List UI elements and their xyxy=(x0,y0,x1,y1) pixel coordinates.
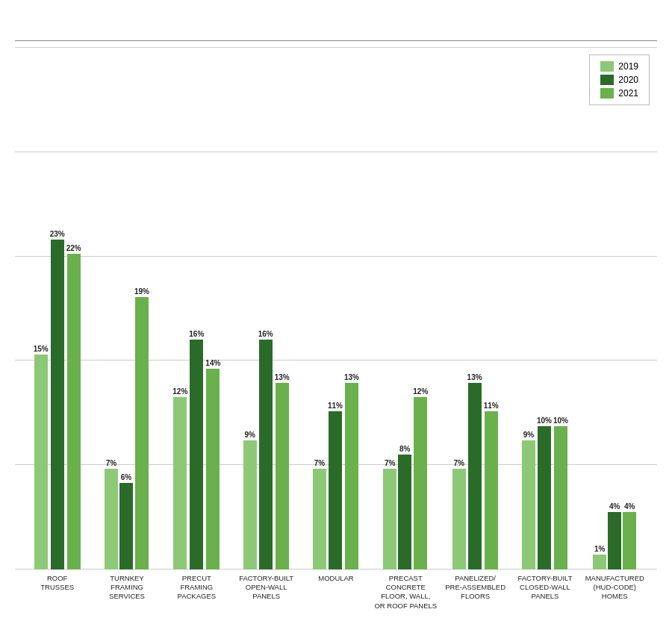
bar-value-label: 16% xyxy=(189,330,204,338)
bar-wrapper: 11% xyxy=(484,402,499,569)
grid-and-bars: 15%23%22%7%6%19%12%16%14%9%16%13%7%11%13… xyxy=(15,47,657,569)
bar-wrapper: 19% xyxy=(134,287,149,569)
x-label: PRECUTFRAMINGPACKAGES xyxy=(162,574,231,611)
bar-wrapper: 9% xyxy=(522,431,535,569)
bar-wrapper: 13% xyxy=(344,373,359,569)
bar-wrapper: 7% xyxy=(313,459,326,569)
bar-wrapper: 15% xyxy=(34,345,49,569)
x-label: FACTORY-BUILTOPEN-WALLPANELS xyxy=(231,574,301,611)
legend-label: 2021 xyxy=(618,88,638,99)
bar-wrapper: 8% xyxy=(398,445,411,569)
bar-group: 9%16%13% xyxy=(231,330,301,569)
bar xyxy=(608,512,621,569)
legend-item: 2020 xyxy=(600,75,638,85)
bar xyxy=(276,383,289,569)
bar-group: 15%23%22% xyxy=(22,230,92,569)
chart-body: 15%23%22%7%6%19%12%16%14%9%16%13%7%11%13… xyxy=(15,47,657,611)
bar-group: 7%8%12% xyxy=(371,387,441,569)
bar-wrapper: 1% xyxy=(593,545,606,569)
bar-wrapper: 13% xyxy=(467,373,482,569)
bar xyxy=(345,383,358,569)
x-label: PANELIZED/PRE-ASSEMBLEDFLOORS xyxy=(441,574,510,611)
bar-wrapper: 14% xyxy=(205,359,220,569)
x-labels: ROOFTRUSSESTURNKEYFRAMINGSERVICESPRECUTF… xyxy=(15,574,657,611)
bar xyxy=(173,397,187,569)
bar xyxy=(190,340,203,569)
bar-value-label: 10% xyxy=(537,416,552,425)
bar xyxy=(398,455,411,569)
bar xyxy=(67,254,81,569)
legend-item: 2019 xyxy=(600,61,638,72)
bar-value-label: 13% xyxy=(275,373,290,381)
bar-value-label: 15% xyxy=(34,345,49,353)
x-label: TURNKEYFRAMINGSERVICES xyxy=(92,574,161,611)
bar-value-label: 16% xyxy=(258,330,273,338)
bar-wrapper: 10% xyxy=(537,416,552,569)
bar xyxy=(259,340,273,569)
bar-value-label: 11% xyxy=(328,402,343,410)
bar xyxy=(105,469,118,569)
bar-value-label: 1% xyxy=(594,545,605,553)
legend-color xyxy=(600,61,614,72)
bar-group: 9%10%10% xyxy=(510,416,579,569)
bar xyxy=(452,469,466,569)
bar-wrapper: 4% xyxy=(623,502,636,569)
bar-wrapper: 22% xyxy=(66,244,81,569)
x-label: FACTORY-BUILTCLOSED-WALLPANELS xyxy=(510,574,579,611)
legend-label: 2019 xyxy=(618,61,638,72)
bars-container: 15%23%22%7%6%19%12%16%14%9%16%13%7%11%13… xyxy=(15,47,657,569)
bar xyxy=(313,469,326,569)
bar-value-label: 22% xyxy=(66,244,81,252)
legend-color xyxy=(600,88,614,99)
bar xyxy=(119,483,133,569)
bar-wrapper: 7% xyxy=(105,459,118,569)
bar-wrapper: 7% xyxy=(452,459,466,569)
bar xyxy=(522,440,535,569)
bar-value-label: 13% xyxy=(467,373,482,381)
bar-value-label: 8% xyxy=(399,445,410,453)
bar xyxy=(51,240,64,569)
bar-value-label: 9% xyxy=(244,431,255,439)
chart-container: 15%23%22%7%6%19%12%16%14%9%16%13%7%11%13… xyxy=(0,0,672,618)
bar-value-label: 12% xyxy=(172,387,187,396)
x-label: ROOFTRUSSES xyxy=(22,574,92,611)
bar-group: 7%6%19% xyxy=(92,287,161,569)
bar-wrapper: 13% xyxy=(275,373,290,569)
bar xyxy=(414,397,427,569)
legend-color xyxy=(600,75,614,85)
x-label: MANUFACTURED(HUD-CODE)HOMES xyxy=(580,574,650,611)
bar-value-label: 14% xyxy=(205,359,220,367)
bar xyxy=(34,355,48,569)
legend-label: 2020 xyxy=(618,75,638,85)
bar-value-label: 11% xyxy=(484,402,499,410)
bar-value-label: 9% xyxy=(523,431,534,439)
bar xyxy=(485,411,498,569)
bar-wrapper: 9% xyxy=(243,431,257,569)
bar-value-label: 7% xyxy=(385,459,395,467)
bar xyxy=(329,411,342,569)
chart-subtitle xyxy=(15,19,657,33)
bar-group: 12%16%14% xyxy=(162,330,231,569)
bar-value-label: 4% xyxy=(609,502,620,511)
bar xyxy=(554,426,567,569)
bar-wrapper: 7% xyxy=(383,459,396,569)
divider xyxy=(15,40,657,41)
bar xyxy=(135,297,149,569)
bar-wrapper: 11% xyxy=(328,402,343,569)
bar-value-label: 19% xyxy=(134,287,149,296)
bar-group: 7%13%11% xyxy=(441,373,510,569)
bar-value-label: 7% xyxy=(453,459,464,467)
bar-wrapper: 23% xyxy=(50,230,65,569)
bar-group: 1%4%4% xyxy=(580,502,650,569)
bar-value-label: 23% xyxy=(50,230,65,238)
bar-wrapper: 6% xyxy=(119,473,133,569)
chart-area: 15%23%22%7%6%19%12%16%14%9%16%13%7%11%13… xyxy=(15,47,657,611)
bar xyxy=(206,369,220,569)
bar xyxy=(243,440,257,569)
bar-value-label: 10% xyxy=(553,416,568,425)
legend-item: 2021 xyxy=(600,88,638,99)
bar xyxy=(538,426,551,569)
bar-value-label: 7% xyxy=(314,459,325,467)
bar xyxy=(623,512,636,569)
bar-group: 7%11%13% xyxy=(301,373,370,569)
